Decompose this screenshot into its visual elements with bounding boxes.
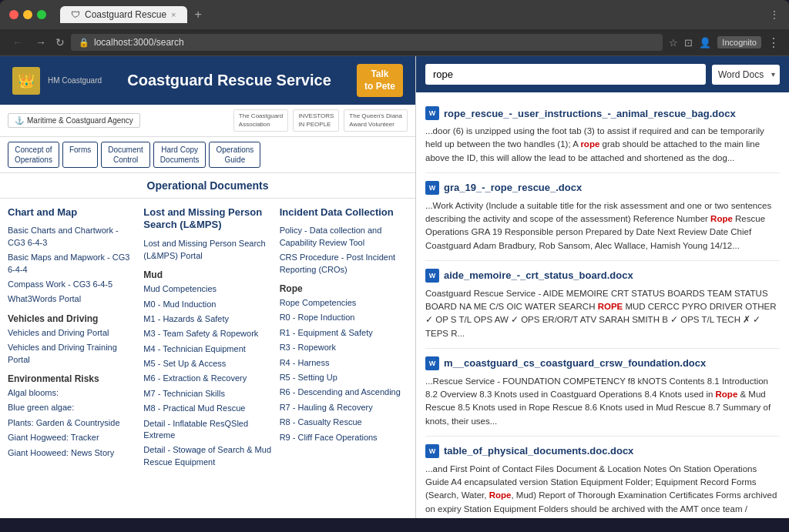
link-m5[interactable]: M5 - Set Up & Access (143, 358, 271, 370)
search-results-panel: Word Docs All PDF Excel ▾ W rope_rescue_… (416, 56, 789, 518)
result-link[interactable]: table_of_physical_documents.doc.docx (444, 445, 633, 457)
link-r3[interactable]: R3 - Ropework (280, 342, 408, 353)
lock-icon: 🔒 (79, 38, 89, 48)
link-stowage[interactable]: Detail - Stowage of Search & Mud Rescue … (143, 444, 271, 468)
link-basic-maps[interactable]: Basic Maps and Mapwork - CG3 6-4-4 (8, 252, 136, 276)
result-title: W m__coastguard_cs_coastguard_crsw_found… (425, 356, 780, 370)
browser-menu-icon[interactable]: ⋮ (769, 8, 780, 21)
link-inflatable[interactable]: Detail - Inflatable ResQSled Extreme (143, 418, 271, 442)
result-snippet: Coastguard Rescue Service - AIDE MEMOIRE… (425, 287, 780, 340)
link-m8[interactable]: M8 - Practical Mud Rescue (143, 403, 271, 414)
result-link[interactable]: gra_19_-_rope_rescue_.docx (444, 182, 582, 193)
result-item: W aide_memoire_-_crt_status_board.docx C… (425, 261, 780, 349)
result-snippet: ...and First Point of Contact Files Docu… (425, 463, 780, 518)
incognito-badge: Incognito (717, 36, 761, 49)
link-r5[interactable]: R5 - Setting Up (280, 372, 408, 383)
partner-logo-3: The Queen's DianaAward Volunteer (344, 109, 408, 131)
result-title: W rope_rescue_-_user_instructions_-_anim… (425, 106, 780, 120)
result-snippet: ...Work Activity (Include a suitable tit… (425, 199, 780, 253)
link-rope-comp[interactable]: Rope Competencies (280, 297, 408, 309)
website-panel: 👑 HM Coastguard Coastguard Rescue Servic… (0, 56, 416, 518)
link-m6[interactable]: M6 - Extraction & Recovery (143, 373, 271, 384)
content-grid: Chart and Map Basic Charts and Chartwork… (0, 199, 415, 480)
partner-logo-2: INVESTORSIN PEOPLE (293, 109, 339, 131)
talk-btn[interactable]: Talk to Pete (357, 64, 403, 97)
link-compass[interactable]: Compass Work - CG3 6-4-5 (8, 279, 136, 290)
word-icon: W (425, 269, 439, 283)
link-basic-charts[interactable]: Basic Charts and Chartwork - CG3 6-4-3 (8, 225, 136, 249)
link-r7[interactable]: R7 - Hauling & Recovery (280, 402, 408, 413)
back-button[interactable]: ← (9, 35, 26, 50)
close-traffic-light[interactable] (9, 10, 18, 19)
link-plants[interactable]: Plants: Garden & Countryside (8, 417, 136, 429)
tab-forms[interactable]: Forms (62, 142, 98, 168)
link-m0[interactable]: M0 - Mud Induction (143, 299, 271, 310)
col2-subtitle2: Mud (143, 269, 271, 280)
col3-title: Incident Data Collection (280, 206, 408, 219)
link-r0[interactable]: R0 - Rope Induction (280, 312, 408, 323)
search-input[interactable] (425, 64, 706, 85)
result-title: W aide_memoire_-_crt_status_board.docx (425, 269, 780, 283)
word-icon: W (425, 444, 439, 458)
maximize-traffic-light[interactable] (37, 10, 46, 19)
word-icon: W (425, 106, 439, 120)
url-display: localhost:3000/search (94, 37, 184, 48)
view-icon[interactable]: ⊡ (684, 37, 693, 49)
tab-title: Coastguard Rescue (85, 9, 166, 20)
link-hogweed-tracker[interactable]: Giant Hogweed: Tracker (8, 432, 136, 443)
word-icon: W (425, 356, 439, 370)
highlight-term: ROPE (598, 302, 623, 311)
link-lmps-portal[interactable]: Lost and Missing Person Search (L&MPS) P… (143, 238, 271, 262)
col3-subtitle2: Rope (280, 283, 408, 294)
result-item: W rope_rescue_-_user_instructions_-_anim… (425, 99, 780, 173)
link-r4[interactable]: R4 - Harness (280, 357, 408, 369)
tab-document-control[interactable]: DocumentControl (101, 142, 150, 168)
link-vehicles-portal[interactable]: Vehicles and Driving Portal (8, 327, 136, 339)
word-icon: W (425, 181, 439, 195)
link-r9[interactable]: R9 - Cliff Face Operations (280, 432, 408, 443)
link-r6[interactable]: R6 - Descending and Ascending (280, 386, 408, 398)
reload-button[interactable]: ↻ (55, 36, 65, 49)
tab-operations-guide[interactable]: OperationsGuide (209, 142, 260, 168)
link-algal[interactable]: Algal blooms: (8, 387, 136, 399)
crown-logo: 👑 (12, 67, 40, 95)
link-m7[interactable]: M7 - Technician Skills (143, 388, 271, 400)
link-what3words[interactable]: What3Words Portal (8, 293, 136, 305)
active-tab[interactable]: 🛡 Coastguard Rescue × (60, 6, 187, 23)
new-tab-button[interactable]: + (190, 8, 206, 22)
tab-concept[interactable]: Concept ofOperations (8, 142, 59, 168)
link-hogweed-news[interactable]: Giant Hooweed: News Story (8, 447, 136, 459)
link-r8[interactable]: R8 - Casualty Rescue (280, 417, 408, 428)
link-mud-comp[interactable]: Mud Competencies (143, 283, 271, 295)
link-m4[interactable]: M4 - Technician Equipment (143, 343, 271, 355)
site-header: 👑 HM Coastguard Coastguard Rescue Servic… (0, 56, 415, 105)
result-link[interactable]: rope_rescue_-_user_instructions_-_animal… (444, 108, 736, 119)
section-title: Operational Documents (0, 173, 415, 199)
chrome-menu-icon[interactable]: ⋮ (767, 35, 780, 50)
result-item: W table_of_physical_documents.doc.docx .… (425, 437, 780, 518)
link-r1[interactable]: R1 - Equipment & Safety (280, 327, 408, 339)
link-crs-post[interactable]: CRS Procedure - Post Incident Reporting … (280, 252, 408, 276)
bookmark-icon[interactable]: ☆ (669, 37, 678, 49)
column-chart-map: Chart and Map Basic Charts and Chartwork… (8, 206, 136, 472)
link-policy-data[interactable]: Policy - Data collection and Capability … (280, 225, 408, 249)
result-item: W m__coastguard_cs_coastguard_crsw_found… (425, 349, 780, 437)
sub-header: ⚓ Maritime & Coastguard Agency The Coast… (0, 105, 415, 136)
link-vehicles-training[interactable]: Vehicles and Driving Training Portal (8, 342, 136, 366)
search-type-dropdown[interactable]: Word Docs All PDF Excel (712, 65, 780, 85)
result-snippet: ...Rescue Service - FOUNDATION COMPETENC… (425, 375, 780, 428)
forward-button[interactable]: → (32, 35, 49, 50)
result-link[interactable]: aide_memoire_-_crt_status_board.docx (444, 269, 633, 281)
link-m1[interactable]: M1 - Hazards & Safety (143, 313, 271, 325)
result-link[interactable]: m__coastguard_cs_coastguard_crsw_foundat… (444, 357, 706, 369)
nav-tabs: Concept ofOperations Forms DocumentContr… (0, 137, 415, 173)
link-m3[interactable]: M3 - Team Safety & Ropework (143, 328, 271, 340)
highlight-term: Rope (716, 390, 738, 399)
crest-icon: ⚓ (15, 116, 24, 125)
profile-icon[interactable]: 👤 (699, 37, 711, 49)
tab-close-button[interactable]: × (171, 10, 176, 19)
col2-title: Lost and Missing Person Search (L&MPS) (143, 206, 271, 233)
minimize-traffic-light[interactable] (23, 10, 32, 19)
tab-hard-copy[interactable]: Hard CopyDocuments (153, 142, 206, 168)
link-blue-algae[interactable]: Blue green algae: (8, 402, 136, 413)
